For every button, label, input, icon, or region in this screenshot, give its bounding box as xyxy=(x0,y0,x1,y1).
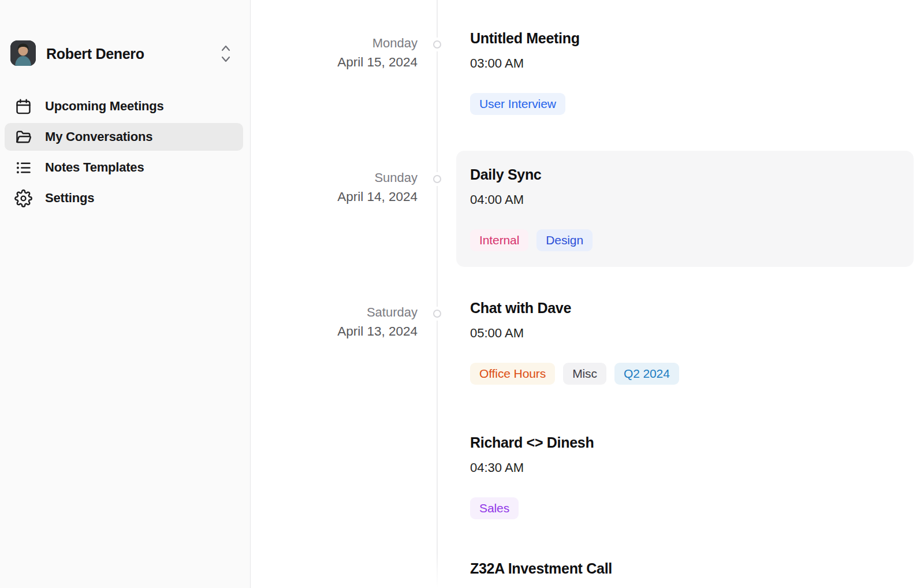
meeting-entry-daily-sync[interactable]: Daily Sync 04:00 AM Internal Design xyxy=(456,151,914,267)
timeline-dot xyxy=(433,40,441,49)
sidebar-item-settings[interactable]: Settings xyxy=(5,184,243,212)
tag-q2-2024: Q2 2024 xyxy=(614,363,679,385)
sidebar-item-label: Notes Templates xyxy=(45,160,144,175)
list-icon xyxy=(14,159,32,177)
timeline-date: Sunday April 14, 2024 xyxy=(279,168,418,206)
timeline-date-label: April 15, 2024 xyxy=(279,53,418,72)
meeting-entry-richard-dinesh[interactable]: Richard <> Dinesh 04:30 AM Sales xyxy=(470,434,594,519)
chevron-updown-icon xyxy=(219,42,233,66)
timeline-date-label: April 13, 2024 xyxy=(279,322,418,341)
meeting-tags: Sales xyxy=(470,497,594,519)
meeting-title: Untitled Meeting xyxy=(470,29,580,47)
timeline-day-label: Sunday xyxy=(279,168,418,187)
meeting-tags: User Interview xyxy=(470,93,580,115)
meeting-card-content: Daily Sync 04:00 AM Internal Design xyxy=(470,166,914,251)
meeting-title: Daily Sync xyxy=(470,166,914,183)
timeline-dot xyxy=(433,310,441,318)
meeting-entry-chat-with-dave[interactable]: Chat with Dave 05:00 AM Office Hours Mis… xyxy=(470,299,679,385)
sidebar-item-my-conversations[interactable]: My Conversations xyxy=(5,123,243,151)
tag-misc: Misc xyxy=(563,363,606,385)
folder-icon xyxy=(14,128,32,146)
timeline-date: Monday April 15, 2024 xyxy=(279,34,418,72)
meeting-title: Richard <> Dinesh xyxy=(470,434,594,451)
sidebar-item-label: Settings xyxy=(45,191,94,206)
sidebar-nav: Upcoming Meetings My Conversations xyxy=(5,92,243,215)
calendar-icon xyxy=(14,98,32,116)
gear-icon xyxy=(14,189,32,207)
meeting-title: Z32A Investment Call xyxy=(470,560,612,577)
meeting-time: 05:00 AM xyxy=(470,325,679,341)
timeline-line xyxy=(437,0,438,588)
meeting-entry-untitled-meeting[interactable]: Untitled Meeting 03:00 AM User Interview xyxy=(470,29,580,115)
meeting-time: 03:00 AM xyxy=(470,55,580,72)
timeline-date-label: April 14, 2024 xyxy=(279,187,418,206)
account-switcher[interactable]: Robert Denero xyxy=(0,39,251,68)
app-window: Robert Denero Upcoming Meet xyxy=(0,0,924,588)
timeline-day-label: Saturday xyxy=(279,303,418,322)
tag-design: Design xyxy=(536,229,593,251)
tag-office-hours: Office Hours xyxy=(470,363,555,385)
sidebar: Robert Denero Upcoming Meet xyxy=(0,0,251,588)
tag-internal: Internal xyxy=(470,229,528,251)
tag-user-interview: User Interview xyxy=(470,93,565,115)
sidebar-item-label: Upcoming Meetings xyxy=(45,99,164,114)
timeline-date: Saturday April 13, 2024 xyxy=(279,303,418,341)
timeline-day-label: Monday xyxy=(279,34,418,53)
meeting-tags: Office Hours Misc Q2 2024 xyxy=(470,363,679,385)
meeting-tags: Internal Design xyxy=(470,229,914,251)
sidebar-item-upcoming-meetings[interactable]: Upcoming Meetings xyxy=(5,92,243,120)
meeting-entry-z32a-investment-call[interactable]: Z32A Investment Call xyxy=(470,560,612,577)
sidebar-item-notes-templates[interactable]: Notes Templates xyxy=(5,154,243,181)
meeting-time: 04:30 AM xyxy=(470,460,594,476)
timeline-dot xyxy=(433,175,441,183)
tag-sales: Sales xyxy=(470,497,519,519)
user-name: Robert Denero xyxy=(46,46,144,62)
avatar xyxy=(10,40,36,66)
sidebar-item-label: My Conversations xyxy=(45,129,152,144)
meeting-time: 04:00 AM xyxy=(470,192,914,208)
meeting-title: Chat with Dave xyxy=(470,299,679,317)
